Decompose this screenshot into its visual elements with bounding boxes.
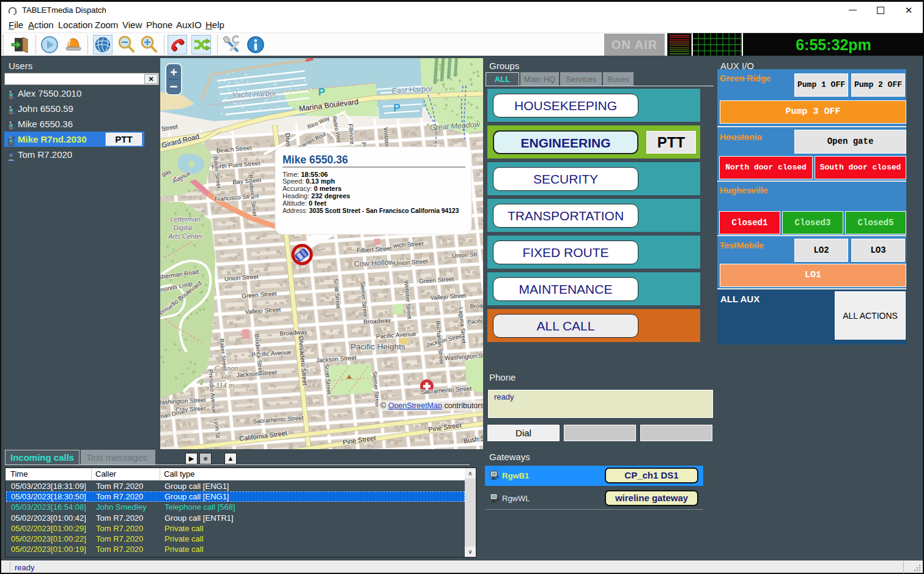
svg-text:Altitude: 0 feet: Altitude: 0 feet <box>283 199 327 207</box>
svg-text:−: − <box>170 79 178 94</box>
svg-text:Pacific A: Pacific A <box>467 318 483 325</box>
svg-text:Pacific Heights: Pacific Heights <box>350 342 405 351</box>
svg-text:Arts Center: Arts Center <box>168 233 203 240</box>
svg-text:P: P <box>318 86 325 98</box>
svg-text:Digital: Digital <box>174 224 193 231</box>
svg-text:Heading: 232 degrees: Heading: 232 degrees <box>283 192 350 199</box>
svg-text:Address: 3035 Scott Street -: Address: 3035 Scott Street - San Francis… <box>283 207 459 214</box>
svg-text:Broad: Broad <box>470 302 483 310</box>
svg-text:114 m: 114 m <box>216 382 234 389</box>
svg-text:+: + <box>170 65 177 79</box>
svg-text:Accuracy: 0 meters: Accuracy: 0 meters <box>283 185 342 192</box>
svg-text:Speed: 0.13 mph: Speed: 0.13 mph <box>283 177 335 185</box>
svg-text:Letterman: Letterman <box>170 215 201 223</box>
svg-text:Hill: Hill <box>221 373 231 381</box>
svg-text:P: P <box>393 102 400 114</box>
svg-text:Mike 6550.36: Mike 6550.36 <box>283 154 348 166</box>
svg-text:© OpenStreetMap contributors: © OpenStreetMap contributors <box>380 401 483 410</box>
